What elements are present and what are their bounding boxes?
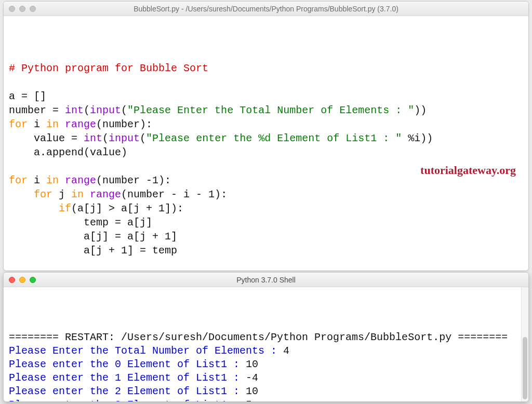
code-line: number = int(input("Please Enter the Tot…	[9, 103, 524, 117]
code-line: a.append(value)	[9, 145, 524, 159]
code-token: a	[9, 90, 21, 102]
editor-titlebar[interactable]: BubbleSort.py - /Users/suresh/Documents/…	[4, 2, 528, 16]
code-token: for	[9, 118, 28, 130]
code-token: (	[140, 132, 146, 144]
watermark-text: tutorialgateway.org	[420, 163, 516, 178]
zoom-icon[interactable]	[30, 6, 36, 12]
code-line: a[j] = a[j + 1]	[9, 230, 524, 244]
code-token: a[j + 1] = temp	[9, 245, 177, 257]
minimize-icon[interactable]	[19, 277, 25, 283]
code-line: # Python program for Bubble Sort	[9, 61, 524, 75]
code-token: =	[71, 132, 84, 144]
shell-scroll-thumb[interactable]	[523, 337, 527, 399]
code-token: temp = a[j]	[9, 217, 152, 228]
code-line: a = []	[9, 89, 524, 103]
shell-line: Please Enter the Total Number of Element…	[9, 344, 524, 358]
editor-title: BubbleSort.py - /Users/suresh/Documents/…	[4, 5, 528, 13]
code-token: ======== RESTART: /Users/suresh/Document…	[9, 331, 508, 343]
shell-scrollbar[interactable]	[521, 287, 528, 401]
close-icon[interactable]	[9, 277, 15, 283]
code-token: value	[9, 132, 71, 144]
code-token: 5	[246, 399, 252, 401]
minimize-icon[interactable]	[19, 6, 25, 12]
code-token: 10	[246, 385, 258, 397]
code-line	[9, 258, 524, 271]
editor-traffic-lights	[9, 6, 36, 12]
code-token: (number -1):	[96, 174, 171, 186]
code-token: a.append(value)	[9, 146, 127, 158]
code-token: Please enter the 2 Element of List1 :	[9, 385, 246, 397]
code-line	[9, 75, 524, 89]
code-token: %i))	[402, 132, 433, 144]
code-token	[59, 174, 65, 186]
code-token	[9, 203, 59, 214]
code-token: range	[65, 118, 96, 130]
code-token: int	[84, 132, 102, 144]
code-token: a[j] = a[j + 1]	[9, 231, 177, 243]
code-token: (number):	[96, 118, 152, 130]
code-token: -4	[246, 372, 258, 384]
code-token: in	[46, 118, 59, 130]
shell-line: Please enter the 3 Element of List1 : 5	[9, 398, 524, 401]
shell-line: Please enter the 1 Element of List1 : -4	[9, 371, 524, 385]
code-token: range	[90, 188, 121, 200]
code-line: value = int(input("Please enter the %d E…	[9, 131, 524, 145]
code-token	[84, 188, 90, 200]
code-line: a[j + 1] = temp	[9, 244, 524, 258]
code-token	[59, 118, 65, 130]
code-token: if	[59, 203, 71, 214]
code-token	[9, 188, 34, 200]
code-token: 10	[246, 358, 258, 370]
code-token: (a[j] > a[j + 1]):	[71, 203, 183, 214]
code-token: (number - i - 1):	[121, 188, 227, 200]
code-token: = []	[21, 90, 46, 102]
editor-window: BubbleSort.py - /Users/suresh/Documents/…	[3, 1, 529, 271]
editor-code-area[interactable]: # Python program for Bubble Sort a = []n…	[4, 16, 528, 271]
code-token: Please enter the 1 Element of List1 :	[9, 372, 246, 384]
code-token: Please enter the 3 Element of List1 :	[9, 399, 246, 401]
close-icon[interactable]	[9, 6, 15, 12]
code-token: i	[28, 118, 46, 130]
shell-title: Python 3.7.0 Shell	[4, 276, 528, 284]
code-line: for j in range(number - i - 1):	[9, 187, 524, 201]
code-token: Please Enter the Total Number of Element…	[9, 345, 283, 357]
code-token: "Please enter the %d Element of List1 : …	[146, 132, 402, 144]
code-token: in	[46, 174, 59, 186]
shell-titlebar[interactable]: Python 3.7.0 Shell	[4, 273, 528, 287]
code-token: (	[121, 104, 127, 116]
code-token: int	[65, 104, 84, 116]
shell-window: Python 3.7.0 Shell ======== RESTART: /Us…	[3, 272, 529, 402]
code-line: temp = a[j]	[9, 216, 524, 230]
shell-line: ======== RESTART: /Users/suresh/Document…	[9, 331, 524, 344]
code-token: ))	[414, 104, 427, 116]
code-token: "Please Enter the Total Number of Elemen…	[127, 104, 414, 116]
code-token: i	[28, 174, 46, 186]
code-token: =	[52, 104, 65, 116]
shell-line: Please enter the 0 Element of List1 : 10	[9, 358, 524, 371]
zoom-icon[interactable]	[30, 277, 36, 283]
code-token: # Python program for Bubble Sort	[9, 62, 208, 74]
code-token: (	[102, 132, 109, 144]
shell-line: Please enter the 2 Element of List1 : 10	[9, 385, 524, 398]
code-line: if(a[j] > a[j + 1]):	[9, 201, 524, 216]
code-token: 4	[283, 345, 289, 357]
code-token: range	[65, 174, 96, 186]
code-token: for	[9, 174, 28, 186]
code-token: input	[90, 104, 121, 116]
code-line: for i in range(number):	[9, 117, 524, 131]
code-token: j	[52, 188, 71, 200]
code-token: Please enter the 0 Element of List1 :	[9, 358, 246, 370]
shell-output-area[interactable]: ======== RESTART: /Users/suresh/Document…	[4, 287, 528, 401]
code-token: number	[9, 104, 52, 116]
code-token: (	[84, 104, 90, 116]
code-token: for	[34, 188, 52, 200]
code-token: in	[71, 188, 84, 200]
shell-traffic-lights	[9, 277, 36, 283]
code-token: input	[109, 132, 140, 144]
